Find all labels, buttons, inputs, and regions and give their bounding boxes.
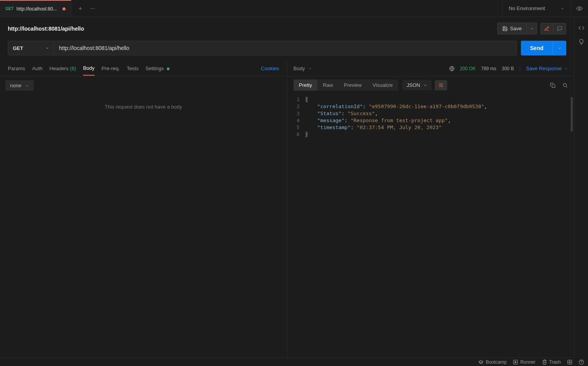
chevron-down-icon [25, 84, 29, 88]
panels-icon [567, 359, 572, 365]
wrap-icon [438, 83, 444, 88]
chevron-down-icon [560, 7, 564, 10]
bootcamp-icon [478, 359, 484, 365]
help-icon [579, 359, 584, 365]
tab-method-label: GET [5, 7, 14, 11]
http-method-label: GET [13, 45, 23, 51]
svg-point-3 [579, 8, 580, 9]
svg-line-9 [566, 86, 567, 87]
minimap-scrollbar[interactable] [571, 97, 573, 132]
runner-button[interactable]: Runner [513, 359, 535, 365]
send-dropdown-button[interactable] [553, 42, 566, 54]
response-code: { "correlationId": "e9507990-26dc-11ee-a… [303, 94, 488, 357]
http-method-selector[interactable]: GET [8, 41, 54, 55]
code-icon [578, 25, 585, 31]
search-icon [562, 83, 568, 88]
request-tabs: Params Auth Headers (6) Body Pre-req. Te… [0, 61, 287, 76]
edit-button[interactable] [540, 23, 553, 35]
response-section-selector[interactable]: Body [294, 66, 312, 71]
view-raw[interactable]: Raw [317, 79, 338, 91]
empty-body-message: This request does not have a body [0, 95, 287, 119]
network-icon[interactable] [449, 66, 455, 71]
view-pretty[interactable]: Pretty [294, 79, 318, 91]
status-bar: Bootcamp Runner Trash [0, 357, 588, 366]
environment-quicklook-button[interactable] [571, 0, 588, 17]
new-tab-button[interactable] [78, 6, 83, 11]
url-row: GET http://localhost:8081/api/hello Send [0, 38, 574, 61]
response-view-row: Pretty Raw Preview Visualize JSON [287, 76, 574, 94]
save-response-button[interactable]: Save Response [526, 66, 568, 71]
lightbulb-icon [578, 39, 585, 45]
layout-button[interactable] [567, 359, 572, 365]
tab-params[interactable]: Params [8, 62, 25, 75]
line-gutter: 1 2 3 4 5 6 [287, 94, 303, 357]
send-button-group: Send [521, 41, 566, 55]
url-text: http://localhost:8081/api/hello [59, 45, 129, 51]
comments-button[interactable] [553, 23, 566, 35]
code-snippet-button[interactable] [578, 25, 585, 31]
tab-body[interactable]: Body [83, 61, 95, 76]
copy-response-button[interactable] [550, 83, 555, 88]
save-icon [502, 26, 508, 31]
response-section-label: Body [294, 66, 305, 71]
svg-point-2 [94, 8, 95, 9]
environment-label: No Environment [509, 5, 545, 11]
request-tab[interactable]: GET http://localhost:80... [0, 0, 71, 17]
send-label: Send [530, 45, 543, 51]
save-response-label: Save Response [526, 66, 562, 71]
tab-overflow-button[interactable] [90, 6, 95, 11]
settings-indicator-icon [167, 67, 169, 70]
unsaved-indicator-icon [62, 7, 66, 10]
chevron-down-icon [558, 46, 562, 50]
request-pane: Params Auth Headers (6) Body Pre-req. Te… [0, 61, 287, 357]
chevron-down-icon [308, 67, 312, 71]
chevron-down-icon [45, 46, 49, 50]
tab-tests[interactable]: Tests [127, 62, 138, 75]
pencil-icon [544, 26, 550, 31]
save-button[interactable]: Save [497, 22, 527, 35]
comment-icon [557, 26, 562, 31]
cookies-link[interactable]: Cookies [261, 66, 279, 71]
view-visualize[interactable]: Visualize [367, 79, 398, 91]
svg-point-8 [563, 83, 566, 86]
response-time: 789 ms [481, 66, 496, 71]
response-status: 200 OK [460, 66, 476, 71]
bootcamp-button[interactable]: Bootcamp [478, 359, 507, 365]
right-rail [574, 17, 588, 358]
tab-settings[interactable]: Settings [145, 62, 169, 75]
tab-prereq[interactable]: Pre-req. [102, 62, 120, 75]
send-button[interactable]: Send [521, 41, 553, 55]
environment-selector[interactable]: No Environment [502, 0, 571, 17]
tab-headers-label: Headers [50, 66, 69, 71]
copy-icon [550, 83, 555, 88]
headers-count: (6) [70, 66, 76, 71]
svg-point-1 [92, 8, 93, 9]
response-header: Body 200 OK 789 ms 300 B | Save Response [287, 61, 574, 76]
search-response-button[interactable] [562, 83, 568, 88]
trash-icon [542, 359, 547, 365]
tab-auth[interactable]: Auth [32, 62, 43, 75]
tab-settings-label: Settings [145, 66, 164, 71]
hints-button[interactable] [578, 39, 585, 45]
save-label: Save [510, 26, 522, 31]
svg-marker-11 [515, 361, 517, 363]
body-type-selector[interactable]: none [5, 80, 34, 91]
trash-button[interactable]: Trash [542, 359, 561, 365]
response-view-selector: Pretty Raw Preview Visualize [294, 79, 398, 91]
save-dropdown-button[interactable] [527, 22, 537, 35]
view-preview[interactable]: Preview [338, 79, 367, 91]
chevron-down-icon [564, 67, 568, 71]
wrap-lines-button[interactable] [435, 80, 447, 90]
url-input[interactable]: http://localhost:8081/api/hello [54, 41, 517, 55]
tab-headers[interactable]: Headers (6) [50, 62, 76, 75]
svg-rect-7 [552, 85, 555, 88]
response-format-selector[interactable]: JSON [402, 80, 432, 90]
top-tab-bar: GET http://localhost:80... No Environmen… [0, 0, 588, 17]
response-body[interactable]: 1 2 3 4 5 6 { "correlationId": "e9507990… [287, 94, 574, 357]
request-title: http://localhost:8081/api/hello [8, 26, 84, 32]
tab-title: http://localhost:80... [17, 6, 57, 12]
response-size: 300 B [502, 66, 514, 71]
chevron-down-icon [530, 27, 534, 31]
help-button[interactable] [579, 359, 584, 365]
svg-point-0 [91, 8, 92, 9]
